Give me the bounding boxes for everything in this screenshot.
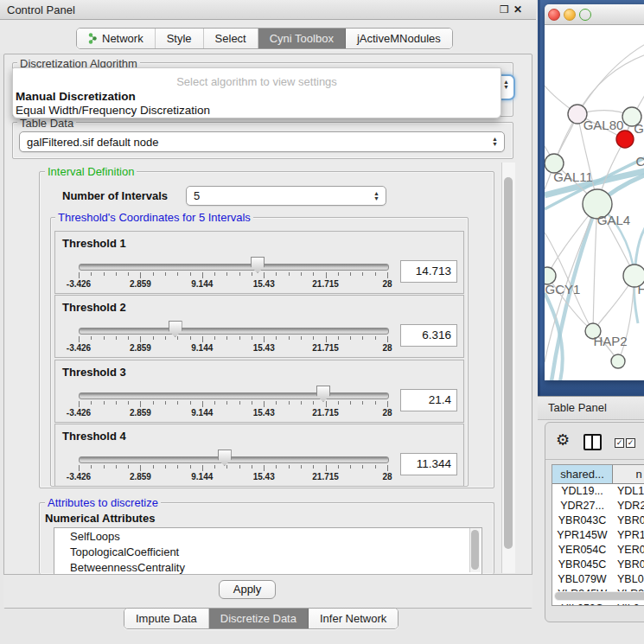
tick-label: 21.715 — [307, 408, 345, 418]
table-horizontal-scrollbar-thumb[interactable] — [555, 592, 644, 600]
node-red-node[interactable] — [616, 131, 634, 148]
threshold-2-label: Threshold 2 — [62, 301, 126, 314]
threshold-3-slider-track[interactable] — [79, 392, 389, 399]
tick-label: 2.859 — [121, 408, 159, 418]
threshold-4-slider-thumb[interactable] — [218, 450, 232, 466]
cell-shared-name[interactable]: YDR27... — [552, 499, 612, 513]
list-item-betweennesscentrality[interactable]: BetweennessCentrality — [54, 559, 481, 575]
bottom-tab-group: Impute Data Discretize Data Infer Networ… — [124, 608, 399, 629]
attributes-list-scrollbar[interactable] — [469, 528, 481, 572]
cell-name[interactable]: YER0 — [612, 543, 644, 558]
table-row[interactable]: YER054CYER0 — [552, 543, 644, 558]
tab-jactivemnodules[interactable]: jActiveMNodules — [346, 29, 452, 48]
tick-mark — [289, 401, 290, 405]
table-row[interactable]: YDL19...YDL1 — [552, 484, 644, 499]
table-data-combobox[interactable]: galFiltered.sif default node ▲▼ — [19, 131, 505, 152]
cell-shared-name[interactable]: YBR043C — [552, 513, 612, 528]
cell-shared-name[interactable]: YBL079W — [552, 572, 612, 587]
attributes-list-scrollbar-thumb[interactable] — [471, 530, 479, 570]
network-canvas[interactable]: GAL80GCGAL11GAL4GCY1HHAP2 — [545, 25, 644, 380]
columns-icon[interactable] — [583, 434, 602, 450]
float-window-icon[interactable]: ❒ — [500, 4, 509, 15]
threshold-1-value-field[interactable]: 14.713 — [400, 260, 457, 283]
tab-style[interactable]: Style — [156, 29, 204, 48]
cell-shared-name[interactable]: YIL052C — [552, 602, 612, 606]
table-row[interactable]: YBR043CYBR0 — [552, 513, 644, 528]
tab-impute-data[interactable]: Impute Data — [124, 609, 209, 628]
threshold-1-slider-thumb[interactable] — [251, 257, 265, 273]
main-scrollbar[interactable] — [501, 163, 515, 573]
table-row[interactable]: YDR27...YDR2 — [552, 499, 644, 513]
numerical-attributes-list[interactable]: SelfLoops TopologicalCoefficient Between… — [54, 527, 482, 575]
threshold-3-label: Threshold 3 — [62, 366, 126, 379]
table-row[interactable]: YBL079WYBL0 — [552, 572, 644, 587]
checkbox-icon[interactable]: ✓ — [626, 438, 635, 448]
threshold-1-slider-track[interactable] — [79, 264, 389, 271]
threshold-2-slider-track[interactable] — [79, 328, 389, 335]
threshold-2-slider-thumb[interactable] — [169, 321, 182, 337]
table-panel-title: Table Panel — [548, 401, 607, 414]
cell-name[interactable]: YBR0 — [612, 513, 644, 528]
tick-label: 2.859 — [121, 343, 159, 353]
close-window-icon[interactable]: ✕ — [513, 4, 522, 15]
cell-name[interactable]: YDR2 — [612, 499, 644, 513]
close-traffic-light[interactable] — [548, 9, 560, 21]
node-bottom-node[interactable] — [611, 354, 625, 368]
cell-name[interactable]: YPR1 — [612, 528, 644, 543]
dropdown-item-manual-discretization[interactable]: Manual Discretization — [16, 90, 136, 103]
list-item-topologicalcoefficient[interactable]: TopologicalCoefficient — [54, 544, 481, 559]
cell-name[interactable]: YDL1 — [612, 484, 644, 499]
tab-discretize-data-label: Discretize Data — [220, 612, 296, 625]
threshold-4-slider-track[interactable] — [79, 456, 389, 463]
tick-mark — [326, 336, 327, 342]
tick-mark — [104, 336, 105, 340]
apply-button[interactable]: Apply — [219, 580, 276, 599]
cell-shared-name[interactable]: YPR145W — [552, 528, 612, 543]
list-item-selfloops[interactable]: SelfLoops — [54, 528, 481, 544]
tab-select[interactable]: Select — [204, 29, 258, 48]
threshold-2-value-field[interactable]: 6.316 — [400, 324, 457, 347]
node-table[interactable]: shared... n YDL19...YDL1YDR27...YDR2YBR0… — [552, 464, 644, 606]
tick-label: 9.144 — [183, 408, 221, 418]
zoom-traffic-light[interactable] — [579, 9, 591, 21]
threshold-3-value-field[interactable]: 21.4 — [400, 389, 457, 411]
column-header-name[interactable]: n — [613, 465, 644, 483]
network-window-titlebar — [545, 4, 644, 25]
column-header-shared-name[interactable]: shared... — [552, 465, 613, 483]
table-horizontal-scrollbar[interactable] — [554, 591, 644, 601]
cell-name[interactable]: YBL0 — [612, 572, 644, 587]
minimize-traffic-light[interactable] — [564, 9, 576, 21]
table-row[interactable]: YBR045CYBR0 — [552, 558, 644, 572]
cell-name[interactable]: YBR0 — [612, 558, 644, 572]
threshold-3-slider-thumb[interactable] — [316, 386, 330, 402]
table-row[interactable]: YPR145WYPR1 — [552, 528, 644, 543]
tick-mark — [326, 401, 327, 407]
table-row[interactable]: YIL052CYIL0 — [552, 602, 644, 606]
cell-shared-name[interactable]: YER054C — [552, 543, 612, 558]
threshold-1-box: Threshold 1-3.4262.8599.14415.4321.71528… — [54, 231, 464, 294]
desktop-edge — [538, 0, 540, 396]
tick-label: 15.43 — [245, 408, 283, 418]
main-scrollbar-thumb[interactable] — [504, 177, 513, 549]
checkbox-icon[interactable]: ✓ — [615, 438, 624, 448]
tick-mark — [350, 401, 351, 405]
tick-mark — [153, 272, 154, 276]
tab-style-label: Style — [167, 32, 192, 45]
threshold-4-value-field[interactable]: 11.344 — [400, 453, 457, 475]
tab-infer-network[interactable]: Infer Network — [309, 609, 398, 628]
cell-name[interactable]: YIL0 — [612, 602, 644, 606]
tab-cyni-toolbox[interactable]: Cyni Toolbox — [258, 29, 346, 48]
number-of-intervals-spinner[interactable]: 5 ▲▼ — [186, 186, 386, 206]
tick-mark — [116, 336, 117, 340]
cell-shared-name[interactable]: YBR045C — [552, 558, 612, 572]
tick-mark — [153, 336, 154, 340]
cell-shared-name[interactable]: YDL19... — [552, 484, 612, 499]
tick-mark — [375, 465, 376, 469]
tick-mark — [165, 401, 166, 405]
tab-discretize-data[interactable]: Discretize Data — [209, 609, 309, 628]
tick-label: 21.715 — [307, 343, 345, 353]
interval-definition-title: Interval Definition — [45, 165, 137, 178]
tab-network[interactable]: Network — [77, 29, 156, 48]
dropdown-item-equal-width-frequency[interactable]: Equal Width/Frequency Discretization — [16, 104, 210, 117]
gear-icon[interactable]: ⚙ — [556, 430, 570, 450]
